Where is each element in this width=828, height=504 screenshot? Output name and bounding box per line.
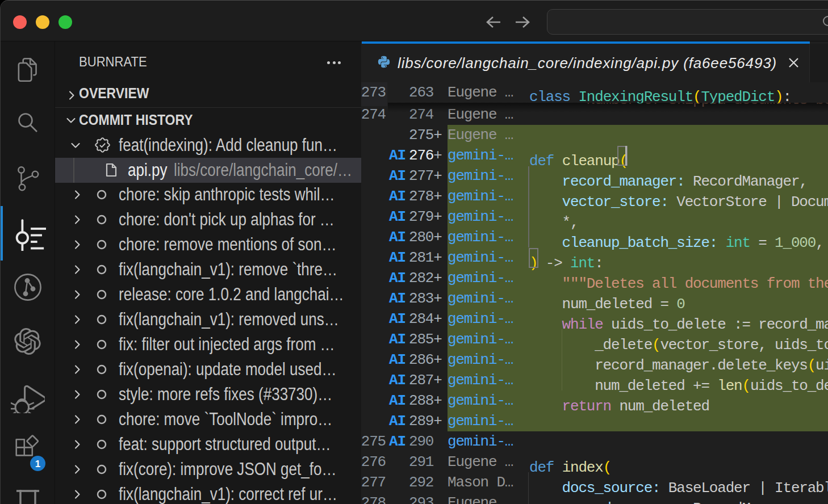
svg-text:1: 1	[35, 459, 40, 469]
